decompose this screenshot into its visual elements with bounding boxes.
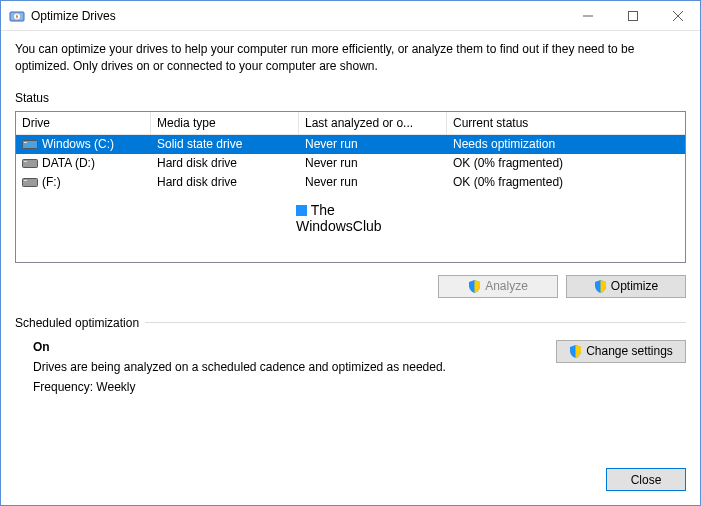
drive-icon (22, 176, 38, 188)
table-row[interactable]: (F:)Hard disk driveNever runOK (0% fragm… (16, 173, 685, 192)
minimize-button[interactable] (565, 1, 610, 30)
analyze-button[interactable]: Analyze (438, 275, 558, 298)
current-status-cell: OK (0% fragmented) (447, 156, 657, 170)
drive-name: (F:) (42, 175, 61, 189)
scheduled-state: On (33, 340, 536, 354)
drive-cell: DATA (D:) (16, 156, 151, 170)
last-analyzed-cell: Never run (299, 175, 447, 189)
drive-icon (22, 138, 38, 150)
column-last-analyzed[interactable]: Last analyzed or o... (299, 112, 447, 134)
drive-cell: Windows (C:) (16, 137, 151, 151)
close-label: Close (631, 473, 662, 487)
current-status-cell: Needs optimization (447, 137, 657, 151)
shield-icon (594, 280, 607, 293)
action-buttons: Analyze Optimize (15, 275, 686, 298)
footer: Close (15, 468, 686, 491)
svg-rect-3 (628, 11, 637, 20)
status-label: Status (15, 91, 686, 105)
watermark: The WindowsClub (296, 202, 382, 234)
shield-icon (468, 280, 481, 293)
media-type-cell: Hard disk drive (151, 156, 299, 170)
drive-icon (22, 157, 38, 169)
last-analyzed-cell: Never run (299, 156, 447, 170)
scheduled-frequency: Frequency: Weekly (33, 380, 536, 394)
media-type-cell: Hard disk drive (151, 175, 299, 189)
close-window-button[interactable] (655, 1, 700, 30)
content-area: You can optimize your drives to help you… (1, 31, 700, 505)
drive-name: Windows (C:) (42, 137, 114, 151)
window-title: Optimize Drives (31, 9, 565, 23)
shield-icon (569, 345, 582, 358)
table-row[interactable]: DATA (D:)Hard disk driveNever runOK (0% … (16, 154, 685, 173)
svg-rect-10 (23, 179, 38, 187)
divider (145, 322, 686, 323)
scheduled-info: On Drives are being analyzed on a schedu… (15, 340, 536, 400)
scheduled-description: Drives are being analyzed on a scheduled… (33, 360, 536, 374)
app-icon (9, 8, 25, 24)
media-type-cell: Solid state drive (151, 137, 299, 151)
svg-rect-6 (23, 141, 38, 149)
optimize-label: Optimize (611, 279, 658, 293)
list-header[interactable]: Drive Media type Last analyzed or o... C… (16, 112, 685, 135)
svg-rect-7 (24, 142, 27, 143)
svg-rect-11 (24, 180, 27, 181)
column-media-type[interactable]: Media type (151, 112, 299, 134)
table-row[interactable]: Windows (C:)Solid state driveNever runNe… (16, 135, 685, 154)
scheduled-content: On Drives are being analyzed on a schedu… (15, 340, 686, 400)
svg-rect-8 (23, 160, 38, 168)
change-settings-button[interactable]: Change settings (556, 340, 686, 363)
drive-cell: (F:) (16, 175, 151, 189)
drives-list[interactable]: Drive Media type Last analyzed or o... C… (15, 111, 686, 263)
maximize-button[interactable] (610, 1, 655, 30)
svg-rect-9 (24, 161, 27, 162)
change-settings-label: Change settings (586, 344, 673, 358)
titlebar[interactable]: Optimize Drives (1, 1, 700, 31)
analyze-label: Analyze (485, 279, 528, 293)
current-status-cell: OK (0% fragmented) (447, 175, 657, 189)
scheduled-optimization-section: Scheduled optimization (15, 316, 686, 330)
scheduled-label: Scheduled optimization (15, 316, 139, 330)
column-current-status[interactable]: Current status (447, 112, 657, 134)
column-drive[interactable]: Drive (16, 112, 151, 134)
last-analyzed-cell: Never run (299, 137, 447, 151)
close-button[interactable]: Close (606, 468, 686, 491)
optimize-drives-window: Optimize Drives You can optimize your dr… (0, 0, 701, 506)
description-text: You can optimize your drives to help you… (15, 41, 686, 75)
optimize-button[interactable]: Optimize (566, 275, 686, 298)
drive-name: DATA (D:) (42, 156, 95, 170)
